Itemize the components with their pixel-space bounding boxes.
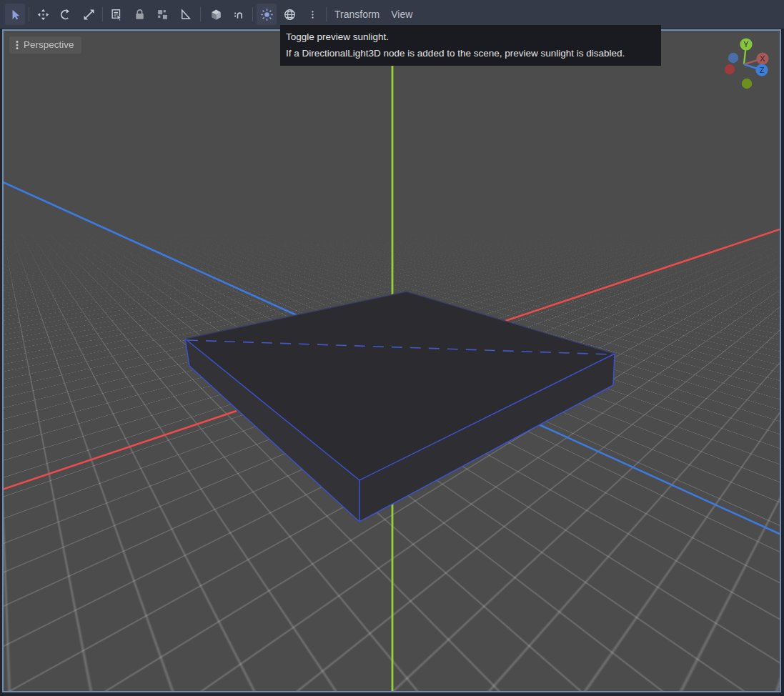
gizmo-z-label: Z xyxy=(760,66,765,74)
rotate-mode-button[interactable] xyxy=(56,4,76,25)
tooltip-line-2: If a DirectionalLight3D node is added to… xyxy=(286,45,655,61)
tooltip: Toggle preview sunlight. If a Directiona… xyxy=(280,25,661,66)
gizmo-negative-x-handle[interactable] xyxy=(725,64,735,74)
ruler-tool-button[interactable] xyxy=(175,4,195,25)
camera-mode-label: Perspective xyxy=(24,39,74,51)
gizmo-negative-y-handle[interactable] xyxy=(742,79,752,89)
scale-mode-button[interactable] xyxy=(79,4,99,25)
select-mode-button[interactable] xyxy=(5,4,25,25)
snap-icon xyxy=(232,8,246,21)
toolbar-separator-5 xyxy=(326,7,327,21)
viewport-3d[interactable]: Y X Z Perspective xyxy=(2,29,781,692)
gizmo-y-label: Y xyxy=(743,40,749,49)
cursor-arrow-icon xyxy=(9,8,22,21)
ruler-triangle-icon xyxy=(179,8,192,21)
kebab-icon xyxy=(307,9,318,21)
list-select-icon xyxy=(110,8,124,21)
lock-icon xyxy=(133,8,147,21)
sun-icon xyxy=(260,8,274,21)
cube-icon xyxy=(209,8,223,21)
use-snap-button[interactable] xyxy=(229,4,249,25)
globe-icon xyxy=(283,8,297,21)
more-options-button[interactable] xyxy=(302,4,322,25)
rotate-icon xyxy=(59,8,73,21)
gizmo-negative-z-handle[interactable] xyxy=(728,53,738,63)
toolbar-separator-4 xyxy=(252,7,253,21)
selected-box-mesh[interactable] xyxy=(185,292,615,522)
menu-transform[interactable]: Transform xyxy=(329,6,385,23)
scale-icon xyxy=(82,8,96,21)
group-selection-button[interactable] xyxy=(152,4,172,25)
preview-environment-button[interactable] xyxy=(279,4,299,25)
move-mode-button[interactable] xyxy=(33,4,53,25)
local-space-mode-button[interactable] xyxy=(206,4,226,25)
kebab-icon xyxy=(14,39,21,51)
scene-overlay: Y X Z xyxy=(2,29,781,692)
axis-orientation-gizmo[interactable]: Y X Z xyxy=(725,38,769,89)
toolbar-separator-3 xyxy=(200,7,201,21)
camera-preview-menu-button[interactable]: Perspective xyxy=(9,36,81,54)
menu-view[interactable]: View xyxy=(385,6,418,23)
viewport-toolbar: Transform View xyxy=(0,0,784,29)
lock-selection-button[interactable] xyxy=(129,4,149,25)
tooltip-line-1: Toggle preview sunlight. xyxy=(286,29,655,45)
toolbar-separator-1 xyxy=(29,7,29,21)
preview-sunlight-button[interactable] xyxy=(257,4,277,25)
toolbar-separator-2 xyxy=(102,7,103,21)
move-arrows-icon xyxy=(36,8,50,21)
gizmo-x-label: X xyxy=(760,54,765,63)
group-icon xyxy=(156,8,169,21)
list-select-button[interactable] xyxy=(106,4,126,25)
